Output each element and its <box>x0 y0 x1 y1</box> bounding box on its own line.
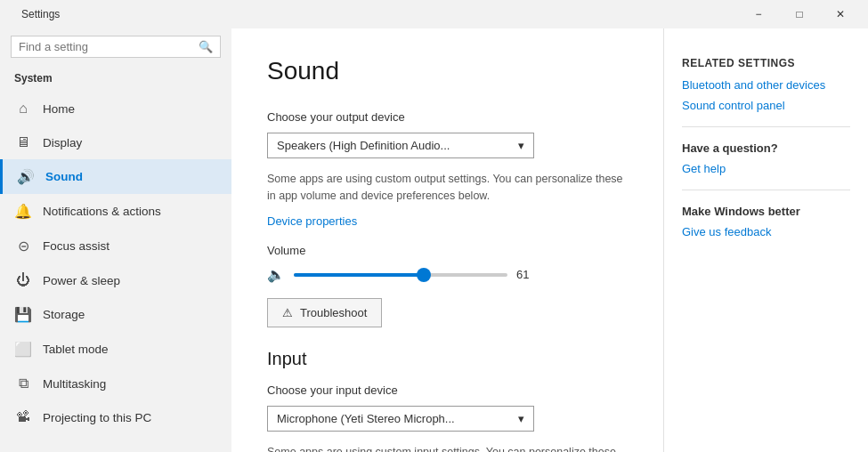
troubleshoot-icon: ⚠ <box>282 306 293 319</box>
sidebar-item-power-label: Power & sleep <box>43 274 120 287</box>
title-bar: Settings − □ ✕ <box>0 0 868 28</box>
input-section-title: Input <box>267 349 628 369</box>
tablet-icon: ⬜ <box>14 341 32 358</box>
feedback-link[interactable]: Give us feedback <box>682 225 850 238</box>
volume-row: 🔈 61 <box>267 266 628 284</box>
input-device-value: Microphone (Yeti Stereo Microph... <box>277 412 455 425</box>
bluetooth-link[interactable]: Bluetooth and other devices <box>682 78 850 92</box>
sidebar-item-projecting[interactable]: 📽 Projecting to this PC <box>0 400 231 434</box>
output-device-value: Speakers (High Definition Audio... <box>277 139 450 152</box>
close-button[interactable]: ✕ <box>820 0 861 28</box>
sidebar-item-power[interactable]: ⏻ Power & sleep <box>0 263 231 297</box>
output-dropdown-arrow: ▾ <box>518 139 524 152</box>
input-label: Choose your input device <box>267 383 628 397</box>
output-device-dropdown[interactable]: Speakers (High Definition Audio... ▾ <box>267 133 534 158</box>
sidebar-item-multitasking-label: Multitasking <box>43 377 106 391</box>
focus-icon: ⊝ <box>14 238 32 254</box>
device-properties-link[interactable]: Device properties <box>267 214 357 228</box>
sidebar-item-sound[interactable]: 🔊 Sound <box>0 159 231 194</box>
sound-panel-link[interactable]: Sound control panel <box>682 99 850 112</box>
sidebar-item-display[interactable]: 🖥 Display <box>0 125 231 159</box>
troubleshoot-label: Troubleshoot <box>300 306 367 319</box>
volume-icon: 🔈 <box>267 266 285 283</box>
title-bar-title: Settings <box>21 8 60 20</box>
related-settings-title: Related Settings <box>682 57 850 69</box>
have-question-title: Have a question? <box>682 141 850 155</box>
volume-slider[interactable] <box>294 266 507 284</box>
volume-thumb[interactable] <box>417 268 431 282</box>
sidebar-item-notifications-label: Notifications & actions <box>43 205 161 218</box>
search-icon: 🔍 <box>199 40 213 53</box>
sidebar-item-multitasking[interactable]: ⧉ Multitasking <box>0 367 231 400</box>
volume-value: 61 <box>516 268 539 281</box>
volume-track <box>294 273 507 277</box>
input-section: Input Choose your input device Microphon… <box>267 349 628 453</box>
search-input[interactable] <box>19 40 193 53</box>
input-description: Some apps are using custom input setting… <box>267 444 628 453</box>
arrow-annotation: Sound control panel ↗ <box>682 99 850 112</box>
maximize-button[interactable]: □ <box>779 0 820 28</box>
sidebar-item-home-label: Home <box>43 102 75 116</box>
volume-label: Volume <box>267 244 628 257</box>
output-description: Some apps are using custom output settin… <box>267 171 628 205</box>
troubleshoot-button[interactable]: ⚠ Troubleshoot <box>267 298 382 327</box>
sidebar-item-storage-label: Storage <box>43 308 85 321</box>
sidebar: 🔍 System ⌂ Home 🖥 Display 🔊 Sound 🔔 Noti… <box>0 28 231 452</box>
sidebar-item-tablet-label: Tablet mode <box>43 343 109 356</box>
main-panel: Sound Choose your output device Speakers… <box>231 28 663 452</box>
sidebar-item-tablet[interactable]: ⬜ Tablet mode <box>0 332 231 367</box>
sidebar-item-focus[interactable]: ⊝ Focus assist <box>0 229 231 263</box>
home-icon: ⌂ <box>14 101 32 117</box>
multitasking-icon: ⧉ <box>14 375 32 391</box>
app-body: 🔍 System ⌂ Home 🖥 Display 🔊 Sound 🔔 Noti… <box>0 28 868 452</box>
title-bar-left: Settings <box>7 8 738 20</box>
get-help-link[interactable]: Get help <box>682 162 850 175</box>
sidebar-item-notifications[interactable]: 🔔 Notifications & actions <box>0 194 231 229</box>
input-dropdown-arrow: ▾ <box>518 412 524 425</box>
search-box[interactable]: 🔍 <box>11 36 221 58</box>
storage-icon: 💾 <box>14 306 32 323</box>
divider-1 <box>682 126 850 127</box>
sidebar-item-display-label: Display <box>43 136 82 149</box>
page-title: Sound <box>267 57 628 85</box>
sidebar-item-focus-label: Focus assist <box>43 239 110 253</box>
input-device-dropdown[interactable]: Microphone (Yeti Stereo Microph... ▾ <box>267 406 534 432</box>
minimize-button[interactable]: − <box>738 0 779 28</box>
notifications-icon: 🔔 <box>14 203 32 220</box>
power-icon: ⏻ <box>14 272 32 288</box>
output-label: Choose your output device <box>267 110 628 124</box>
right-panel: Related Settings Bluetooth and other dev… <box>663 28 868 452</box>
red-arrow-annotation: ↗ <box>861 101 868 129</box>
sidebar-item-projecting-label: Projecting to this PC <box>43 411 151 424</box>
sidebar-item-home[interactable]: ⌂ Home <box>0 92 231 125</box>
system-label: System <box>0 69 231 92</box>
display-icon: 🖥 <box>14 134 32 150</box>
volume-fill <box>294 273 424 277</box>
divider-2 <box>682 190 850 190</box>
make-windows-title: Make Windows better <box>682 205 850 218</box>
title-bar-controls: − □ ✕ <box>738 0 861 28</box>
sidebar-item-storage[interactable]: 💾 Storage <box>0 297 231 332</box>
sound-icon: 🔊 <box>17 168 35 185</box>
projecting-icon: 📽 <box>14 409 32 425</box>
sidebar-item-sound-label: Sound <box>45 170 83 183</box>
volume-section: Volume 🔈 61 <box>267 244 628 284</box>
